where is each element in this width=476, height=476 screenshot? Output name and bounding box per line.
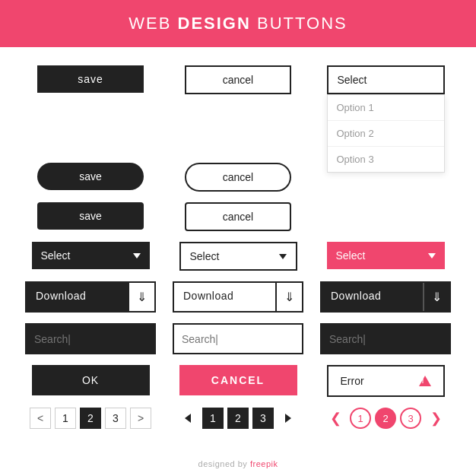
page-1-num1[interactable]: 1	[55, 408, 76, 429]
cell-select-open: Select Option 1 Option 2 Option 3	[318, 65, 453, 94]
select-pink-button[interactable]: Select	[327, 242, 445, 269]
cell-save-square: save	[23, 65, 158, 93]
select-outline-button[interactable]: Select	[179, 242, 297, 271]
main-content: save cancel Select Option 1 Option 2 Opt…	[0, 47, 476, 452]
page-next-3[interactable]: ❯	[425, 408, 446, 429]
cell-search-1: 🔍	[23, 323, 158, 354]
cell-cancel-pink: CANCEL	[170, 365, 306, 395]
cell-pagination-2: 1 2 3	[170, 408, 306, 429]
cell-download-3: Download ⇓	[318, 281, 453, 313]
page-prev-1[interactable]: <	[30, 408, 51, 429]
row-7: OK CANCEL Error	[23, 365, 453, 397]
option-3[interactable]: Option 3	[328, 147, 444, 172]
cell-pagination-1: < 1 2 3 >	[23, 408, 158, 429]
cell-search-2: 🔍	[170, 323, 306, 354]
search-wrapper-1: 🔍	[25, 323, 156, 354]
select-open-button[interactable]: Select	[327, 65, 445, 94]
cell-download-1: Download ⇓	[23, 281, 158, 313]
select-outline-label: Select	[190, 250, 220, 262]
search-input-1[interactable]	[27, 325, 156, 353]
download-icon-2[interactable]: ⇓	[275, 283, 302, 311]
select-open-wrapper: Select Option 1 Option 2 Option 3	[327, 65, 445, 94]
select-dark-arrow-icon	[133, 253, 141, 259]
page-1-num3[interactable]: 3	[105, 408, 126, 429]
select-open-arrow-icon	[427, 78, 434, 83]
select-dark-label: Select	[41, 249, 71, 262]
pagination-2: 1 2 3	[177, 408, 299, 429]
row-3: save cancel	[23, 202, 453, 231]
page-3-num2[interactable]: 2	[375, 408, 396, 429]
row-5: Download ⇓ Download ⇓ Download ⇓	[23, 281, 453, 313]
cell-select-dark: Select	[23, 242, 158, 269]
cell-cancel-slight: cancel	[170, 202, 306, 231]
cell-download-2: Download ⇓	[170, 281, 306, 313]
footer-text: designed by	[198, 459, 250, 468]
page-prev-2[interactable]	[177, 408, 198, 429]
cell-select-pink: Select	[318, 242, 453, 269]
cell-pagination-3: ❮ 1 2 3 ❯	[318, 408, 453, 429]
download-label-1: Download	[27, 283, 128, 311]
page-2-num2[interactable]: 2	[227, 408, 249, 429]
row-8: < 1 2 3 > 1 2 3 ❮	[23, 408, 453, 429]
pagination-1: < 1 2 3 >	[30, 408, 151, 429]
cell-error: Error	[318, 365, 453, 397]
page-prev-2-icon	[185, 414, 191, 423]
footer-brand: freepik	[250, 459, 278, 468]
cancel-button-square[interactable]: cancel	[185, 65, 291, 94]
select-outline-wrapper: Select	[179, 242, 297, 271]
page-2-num1[interactable]: 1	[202, 408, 224, 429]
cell-save-slight: save	[23, 202, 158, 230]
error-button[interactable]: Error	[327, 365, 445, 397]
page-2-num3[interactable]: 3	[252, 408, 274, 429]
error-label: Error	[341, 375, 364, 387]
save-button-slight[interactable]: save	[37, 202, 144, 230]
header-bold: DESIGN	[178, 14, 251, 33]
option-1[interactable]: Option 1	[328, 95, 444, 121]
save-button-round[interactable]: save	[37, 163, 144, 190]
row-1: save cancel Select Option 1 Option 2 Opt…	[23, 65, 453, 94]
search-input-2[interactable]	[174, 325, 303, 353]
download-button-2[interactable]: Download ⇓	[173, 281, 303, 313]
option-2[interactable]: Option 2	[328, 121, 444, 147]
select-dropdown: Option 1 Option 2 Option 3	[327, 94, 445, 173]
cell-ok: OK	[23, 365, 158, 395]
download-button-3[interactable]: Download ⇓	[320, 281, 451, 313]
page-3-num1[interactable]: 1	[350, 408, 371, 429]
page-next-2-icon	[285, 414, 291, 423]
page-prev-3[interactable]: ❮	[325, 408, 346, 429]
search-input-3[interactable]	[322, 325, 451, 353]
row-4: Select Select Select	[23, 242, 453, 271]
cell-cancel-round: cancel	[170, 163, 306, 192]
page-next-2[interactable]	[278, 408, 299, 429]
ok-button[interactable]: OK	[32, 365, 150, 395]
row-6: 🔍 🔍 🔍	[23, 323, 453, 354]
save-button-square[interactable]: save	[37, 65, 144, 93]
cell-cancel-square: cancel	[170, 65, 306, 94]
footer: designed by freepik	[0, 452, 476, 476]
cancel-button-slight[interactable]: cancel	[185, 202, 291, 231]
select-pink-arrow-icon	[428, 253, 436, 259]
download-button-1[interactable]: Download ⇓	[25, 281, 156, 313]
cancel-button-round[interactable]: cancel	[185, 163, 291, 192]
search-wrapper-3: 🔍	[320, 323, 451, 354]
search-wrapper-2: 🔍	[173, 323, 303, 354]
download-icon-1[interactable]: ⇓	[128, 283, 154, 311]
select-dark-wrapper: Select	[32, 242, 150, 269]
page-next-1[interactable]: >	[130, 408, 151, 429]
error-triangle-icon	[419, 376, 431, 386]
select-outline-arrow-icon	[279, 254, 287, 259]
page-header: WEB DESIGN BUTTONS	[0, 0, 476, 47]
download-icon-3[interactable]: ⇓	[423, 283, 449, 311]
select-dark-button[interactable]: Select	[32, 242, 150, 269]
cancel-pink-button[interactable]: CANCEL	[179, 365, 297, 395]
cell-select-outline: Select	[170, 242, 306, 271]
pagination-3: ❮ 1 2 3 ❯	[325, 408, 446, 429]
download-label-3: Download	[322, 283, 423, 311]
page-1-num2[interactable]: 2	[80, 408, 101, 429]
select-open-label: Select	[338, 74, 367, 86]
cell-search-3: 🔍	[318, 323, 453, 354]
cell-save-round: save	[23, 163, 158, 190]
page-3-num3[interactable]: 3	[400, 408, 421, 429]
download-label-2: Download	[174, 283, 275, 311]
select-pink-wrapper: Select	[327, 242, 445, 269]
